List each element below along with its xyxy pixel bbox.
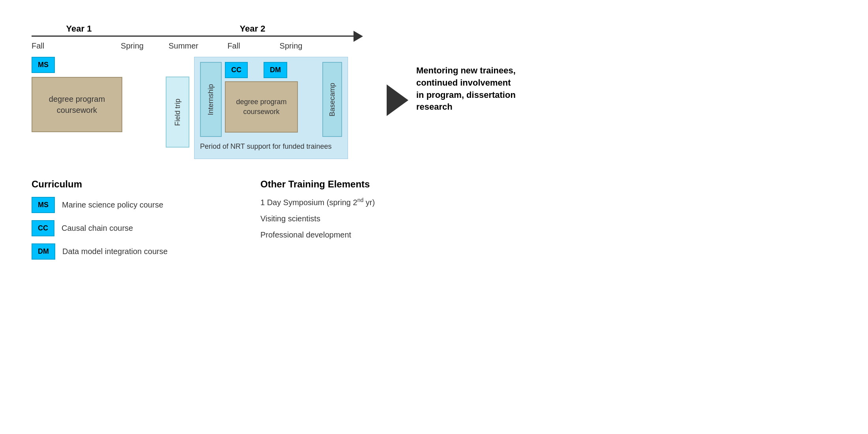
legend-item-ms: MS Marine science policy course	[32, 197, 229, 213]
season-fall1: Fall	[32, 41, 103, 51]
timeline-bar	[32, 36, 355, 37]
timeline-bar-row	[32, 36, 836, 37]
ms-legend-text: Marine science policy course	[62, 200, 163, 210]
legend-item-dm: DM Data model integration course	[32, 243, 229, 260]
nrt-top-row: Internship CC DM degree program coursewo…	[200, 62, 342, 137]
year1-col: MS degree program coursework	[32, 57, 166, 132]
curriculum-col: Curriculum MS Marine science policy cour…	[32, 179, 229, 267]
degree-coursework-year2: degree program coursework	[225, 81, 298, 133]
dm-badge-diagram: DM	[264, 62, 287, 78]
timeline-section: MS degree program coursework Field trip …	[32, 57, 836, 159]
dm-legend-text: Data model integration course	[62, 247, 168, 256]
year1-label: Year 1	[32, 24, 126, 34]
basecamp-box: Basecamp	[322, 62, 342, 137]
dm-badge-legend: DM	[32, 243, 55, 260]
curriculum-title: Curriculum	[32, 179, 229, 190]
timeline-wrapper: MS degree program coursework Field trip …	[32, 57, 375, 159]
other-item-professional: Professional development	[260, 230, 497, 239]
year2-label: Year 2	[178, 24, 327, 34]
field-trip-box: Field trip	[166, 77, 189, 148]
nrt-right-col: CC DM degree program coursework	[225, 62, 315, 133]
nrt-badges-row: CC DM	[225, 62, 315, 78]
other-training-col: Other Training Elements 1 Day Symposium …	[260, 179, 497, 267]
legend-item-cc: CC Causal chain course	[32, 220, 229, 236]
nrt-label: Period of NRT support for funded trainee…	[200, 140, 342, 151]
season-summer: Summer	[162, 41, 205, 51]
main-container: Year 1 Year 2 Fall Spring Summer Fall Sp…	[0, 0, 868, 290]
cc-badge-legend: CC	[32, 220, 54, 236]
internship-box: Internship	[200, 62, 222, 137]
other-item-visiting: Visiting scientists	[260, 214, 497, 223]
big-arrow-icon	[387, 84, 408, 116]
arrow-description: Mentoring new trainees, continued involv…	[416, 65, 519, 113]
degree-coursework-year1: degree program coursework	[32, 77, 122, 132]
ms-badge-legend: MS	[32, 197, 55, 213]
cc-badge-diagram: CC	[225, 62, 248, 78]
season-spring2: Spring	[262, 41, 320, 51]
season-spring1: Spring	[103, 41, 162, 51]
season-fall2: Fall	[205, 41, 262, 51]
nrt-area: Internship CC DM degree program coursewo…	[194, 57, 348, 159]
legend-section: Curriculum MS Marine science policy cour…	[32, 179, 836, 267]
other-item-symposium: 1 Day Symposium (spring 2nd yr)	[260, 197, 497, 207]
year-labels-row: Year 1 Year 2	[32, 24, 836, 34]
ms-badge-diagram: MS	[32, 57, 55, 73]
other-training-title: Other Training Elements	[260, 179, 497, 190]
cc-legend-text: Causal chain course	[62, 224, 133, 233]
arrow-section: Mentoring new trainees, continued involv…	[387, 57, 519, 116]
season-labels: Fall Spring Summer Fall Spring	[32, 41, 355, 51]
content-area: MS degree program coursework Field trip …	[32, 57, 375, 159]
